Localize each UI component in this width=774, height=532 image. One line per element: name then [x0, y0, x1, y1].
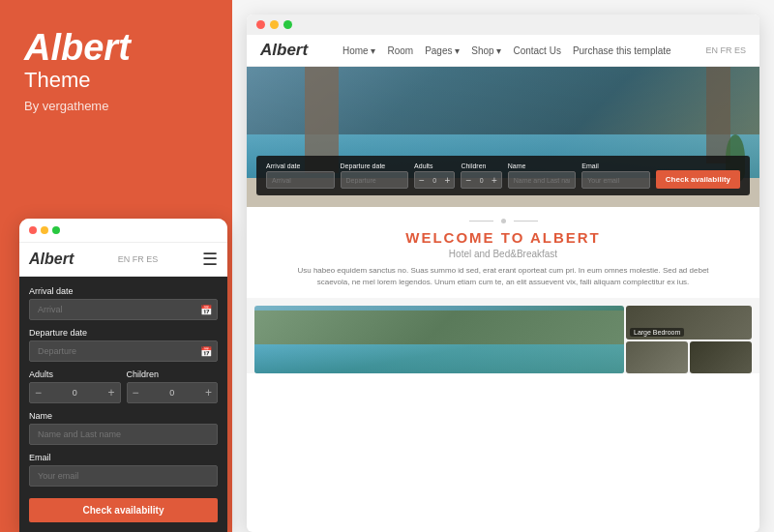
bf-email-input[interactable]: [581, 171, 650, 189]
nav-home[interactable]: Home ▾: [342, 45, 375, 56]
desktop-nav-links: Home ▾ Room Pages ▾ Shop ▾ Contact Us Pu…: [342, 45, 671, 56]
desktop-dot-green: [283, 20, 292, 29]
bf-children-minus[interactable]: −: [461, 175, 475, 186]
bf-children-group: Children − 0 +: [461, 163, 501, 189]
hotel-exterior-image-inner: [254, 306, 624, 373]
nav-shop[interactable]: Shop ▾: [471, 45, 501, 56]
mobile-adults-label: Adults: [29, 369, 121, 379]
large-bedroom-image: [626, 306, 752, 340]
mobile-window-dots: [29, 226, 60, 234]
mobile-email-label: Email: [29, 453, 218, 462]
bf-departure-label: Departure date: [341, 163, 409, 169]
mobile-name-input[interactable]: [29, 424, 218, 445]
mobile-name-label: Name: [29, 411, 218, 421]
room-images: [626, 306, 752, 373]
mobile-booking-form: Arrival date 📅 Departure date 📅 Adults −: [19, 277, 227, 532]
brand-by: By vergatheme: [24, 99, 208, 113]
bf-name-group: Name: [508, 163, 577, 189]
bf-arrival-group: Arrival date: [266, 163, 335, 189]
mobile-arrival-label: Arrival date: [29, 286, 218, 296]
welcome-body: Usu habeo equidem sanctus no. Suas summo…: [285, 265, 721, 288]
bf-arrival-label: Arrival date: [266, 163, 335, 169]
mobile-children-label: Children: [127, 369, 219, 379]
mobile-arrival-input[interactable]: [29, 299, 218, 320]
welcome-subtitle: Hotel and Bed&Breakfast: [266, 249, 740, 259]
mobile-navbar: Albert EN FR ES ☰: [19, 243, 227, 277]
desktop-booking-form: Arrival date Departure date Adults − 0: [256, 156, 750, 195]
calendar-icon: 📅: [200, 305, 212, 315]
mobile-lang: EN FR ES: [118, 254, 159, 264]
brand-sub: Theme: [24, 68, 208, 93]
nav-purchase[interactable]: Purchase this template: [573, 45, 671, 56]
bf-children-plus[interactable]: +: [488, 175, 501, 186]
mobile-email-input[interactable]: [29, 465, 218, 487]
welcome-title: WELCOME TO ALBERT: [266, 229, 740, 246]
mobile-title-bar: [19, 219, 227, 243]
bf-adults-label: Adults: [414, 163, 455, 169]
mobile-adults-group: Adults − 0 +: [29, 369, 121, 403]
mobile-children-value: 0: [144, 388, 200, 398]
mobile-name-group: Name: [29, 411, 218, 445]
desktop-dot-red: [256, 20, 265, 29]
mobile-mockup: Albert EN FR ES ☰ Arrival date 📅 Departu…: [19, 219, 227, 532]
mobile-dot-green: [52, 226, 60, 234]
mobile-logo: Albert: [29, 251, 74, 268]
left-panel: Albert Theme By vergatheme Albert EN FR …: [0, 0, 232, 532]
hamburger-icon[interactable]: ☰: [202, 249, 218, 270]
mobile-children-plus[interactable]: +: [200, 387, 217, 399]
bf-email-label: Email: [581, 163, 650, 169]
small-room-images: [626, 341, 752, 373]
bf-adults-stepper: − 0 +: [414, 171, 455, 189]
mobile-children-stepper: − 0 +: [127, 382, 219, 403]
mobile-adults-plus[interactable]: +: [103, 387, 119, 399]
bf-adults-group: Adults − 0 +: [414, 163, 455, 189]
desktop-browser-content: Albert Home ▾ Room Pages ▾ Shop ▾ Contac…: [247, 35, 759, 373]
bf-children-stepper: − 0 +: [461, 171, 501, 189]
mobile-check-availability-button[interactable]: Check availability: [29, 498, 218, 522]
desktop-mockup: Albert Home ▾ Room Pages ▾ Shop ▾ Contac…: [247, 15, 759, 532]
divider-line-right: [514, 221, 538, 222]
mobile-departure-input[interactable]: [29, 340, 218, 362]
calendar-icon-2: 📅: [200, 346, 212, 357]
mobile-email-group: Email: [29, 453, 218, 487]
divider-line-left: [469, 221, 493, 222]
desktop-check-availability-button[interactable]: Check availability: [656, 170, 740, 189]
booking-form-row: Arrival date Departure date Adults − 0: [266, 163, 740, 189]
bf-departure-input[interactable]: [341, 171, 409, 189]
bf-adults-minus[interactable]: −: [415, 175, 429, 186]
mobile-dot-red: [29, 226, 37, 234]
room-image-1: [626, 341, 688, 373]
bf-name-label: Name: [508, 163, 577, 169]
bf-departure-group: Departure date: [341, 163, 409, 189]
bf-email-group: Email: [581, 163, 650, 189]
mobile-arrival-input-wrap: 📅: [29, 299, 218, 320]
mobile-children-minus[interactable]: −: [128, 387, 144, 399]
mobile-departure-label: Departure date: [29, 328, 218, 338]
brand-title: Albert: [24, 29, 208, 66]
divider-dot: [501, 219, 506, 223]
images-grid: [247, 298, 759, 373]
nav-room[interactable]: Room: [387, 45, 413, 56]
mobile-dot-yellow: [41, 226, 48, 234]
bf-adults-value: 0: [429, 177, 441, 184]
hero-section: Arrival date Departure date Adults − 0: [247, 67, 759, 207]
desktop-title-bar: [247, 15, 759, 35]
mobile-adults-stepper: − 0 +: [29, 382, 121, 403]
mobile-adults-value: 0: [46, 388, 103, 398]
desktop-dot-yellow: [270, 20, 279, 29]
hotel-exterior-image: [254, 306, 624, 373]
mobile-children-group: Children − 0 +: [127, 369, 219, 403]
desktop-navbar: Albert Home ▾ Room Pages ▾ Shop ▾ Contac…: [247, 35, 759, 67]
desktop-lang: EN FR ES: [705, 45, 746, 55]
desktop-logo: Albert: [260, 41, 308, 60]
nav-pages[interactable]: Pages ▾: [425, 45, 460, 56]
mobile-adults-minus[interactable]: −: [30, 387, 46, 399]
mobile-arrival-group: Arrival date 📅: [29, 286, 218, 320]
welcome-divider: [266, 219, 740, 223]
mobile-adults-children-row: Adults − 0 + Children − 0 +: [29, 369, 218, 411]
right-panel: Albert Home ▾ Room Pages ▾ Shop ▾ Contac…: [232, 0, 774, 532]
bf-arrival-input[interactable]: [266, 171, 335, 189]
bf-adults-plus[interactable]: +: [441, 175, 455, 186]
bf-name-input[interactable]: [508, 171, 577, 189]
nav-contact[interactable]: Contact Us: [513, 45, 560, 56]
